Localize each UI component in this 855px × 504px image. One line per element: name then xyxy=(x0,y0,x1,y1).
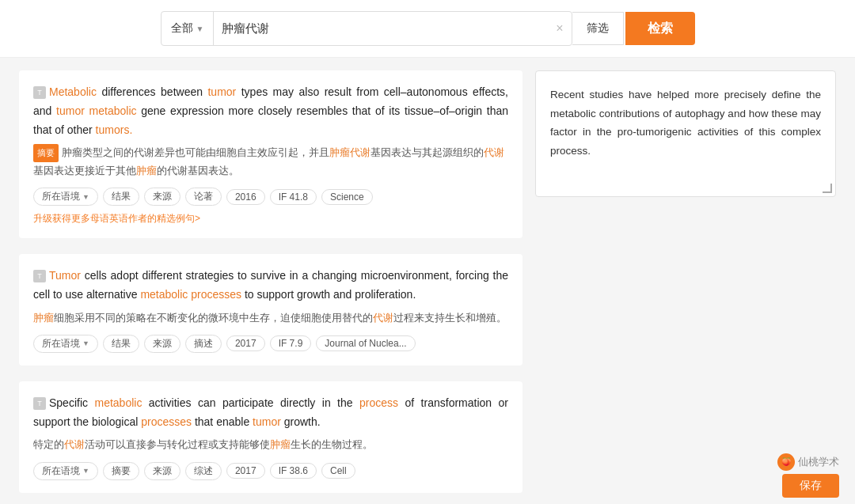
tag-abstract-2: 摘述 xyxy=(185,335,222,353)
tag-journal-3: Cell xyxy=(321,463,355,479)
resize-handle-icon[interactable] xyxy=(823,184,832,193)
category-label: 全部 xyxy=(171,21,193,36)
filter-button[interactable]: 筛选 xyxy=(572,12,624,45)
result-card-3: TSpecific metabolic activities can parti… xyxy=(19,381,522,493)
tag-journal-2: Journal of Nuclea... xyxy=(316,335,415,351)
result-card-2: TTumor cells adopt different strategies … xyxy=(19,254,522,366)
right-card: Recent studies have helped more precisel… xyxy=(535,70,836,197)
tag-if-3: IF 38.6 xyxy=(270,463,317,479)
tag-year-3: 2017 xyxy=(226,463,265,479)
left-panel: TMetabolic differences between tumor typ… xyxy=(19,70,522,493)
tag-abstract-3: 摘要 xyxy=(103,462,139,480)
result-3-icon: T xyxy=(33,397,46,410)
result-2-en-text: TTumor cells adopt different strategies … xyxy=(33,267,508,305)
upgrade-anchor[interactable]: 升级获得更多母语英语作者的精选例句> xyxy=(33,212,200,225)
result-1-meta: 所在语境 ▼ 结果 来源 论著 2016 IF 41.8 Science xyxy=(33,188,508,206)
result-3-en-text: TSpecific metabolic activities can parti… xyxy=(33,394,508,432)
logo-area: 🍑 仙桃学术 xyxy=(777,453,839,471)
tag-if-1: IF 41.8 xyxy=(270,189,317,205)
logo-label: 仙桃学术 xyxy=(798,455,839,469)
category-dropdown[interactable]: 全部 ▼ xyxy=(162,12,215,45)
chevron-icon-3: ▼ xyxy=(82,467,89,475)
location-tag-1[interactable]: 所在语境 ▼ xyxy=(33,188,98,206)
right-card-text: Recent studies have helped more precisel… xyxy=(550,89,821,157)
logo-icon: 🍑 xyxy=(777,453,795,471)
bottom-right-section: 🍑 仙桃学术 保存 xyxy=(777,453,839,498)
search-input[interactable] xyxy=(214,12,548,45)
tag-paper-1: 论著 xyxy=(185,188,222,206)
search-container: 全部 ▼ × xyxy=(161,11,572,46)
result-card-1: TMetabolic differences between tumor typ… xyxy=(19,70,522,238)
clear-icon[interactable]: × xyxy=(548,21,571,36)
result-3-meta: 所在语境 ▼ 摘要 来源 综述 2017 IF 38.6 Cell xyxy=(33,462,508,480)
chevron-icon-2: ▼ xyxy=(82,339,89,347)
location-tag-3[interactable]: 所在语境 ▼ xyxy=(33,462,98,480)
chevron-icon: ▼ xyxy=(82,193,89,201)
cn-tag-1: 摘要 xyxy=(33,144,59,162)
search-button[interactable]: 检索 xyxy=(625,12,695,45)
result-1-cn-text: 摘要肿瘤类型之间的代谢差异也可能由细胞自主效应引起，并且肿瘤代谢基因表达与其起源… xyxy=(33,144,508,180)
main-content: TMetabolic differences between tumor typ… xyxy=(0,58,855,504)
location-tag-2[interactable]: 所在语境 ▼ xyxy=(33,335,98,353)
tag-if-2: IF 7.9 xyxy=(270,335,312,351)
tag-source-3: 来源 xyxy=(144,462,180,480)
tag-journal-1: Science xyxy=(321,189,373,205)
result-2-cn-text: 肿瘤细胞采用不同的策略在不断变化的微环境中生存，迫使细胞使用替代的代谢过程来支持… xyxy=(33,309,508,327)
search-bar: 全部 ▼ × 筛选 检索 xyxy=(0,0,855,58)
tag-year-2: 2017 xyxy=(226,335,265,351)
tag-result-2: 结果 xyxy=(103,335,139,353)
result-3-cn-text: 特定的代谢活动可以直接参与转化过程或支持能够使肿瘤生长的生物过程。 xyxy=(33,436,508,453)
save-button[interactable]: 保存 xyxy=(782,474,839,498)
tag-review-3: 综述 xyxy=(185,462,222,480)
result-1-icon: T xyxy=(33,86,46,99)
tag-source-1: 来源 xyxy=(144,188,180,206)
result-1-en-text: TMetabolic differences between tumor typ… xyxy=(33,83,508,139)
result-2-icon: T xyxy=(33,270,46,282)
tag-year-1: 2016 xyxy=(226,189,265,205)
chevron-down-icon: ▼ xyxy=(196,25,204,33)
result-2-meta: 所在语境 ▼ 结果 来源 摘述 2017 IF 7.9 Journal of N… xyxy=(33,335,508,353)
upgrade-link[interactable]: 升级获得更多母语英语作者的精选例句> xyxy=(33,206,508,225)
right-panel: Recent studies have helped more precisel… xyxy=(535,70,836,493)
tag-source-2: 来源 xyxy=(144,335,180,353)
tag-result-1: 结果 xyxy=(103,188,139,206)
